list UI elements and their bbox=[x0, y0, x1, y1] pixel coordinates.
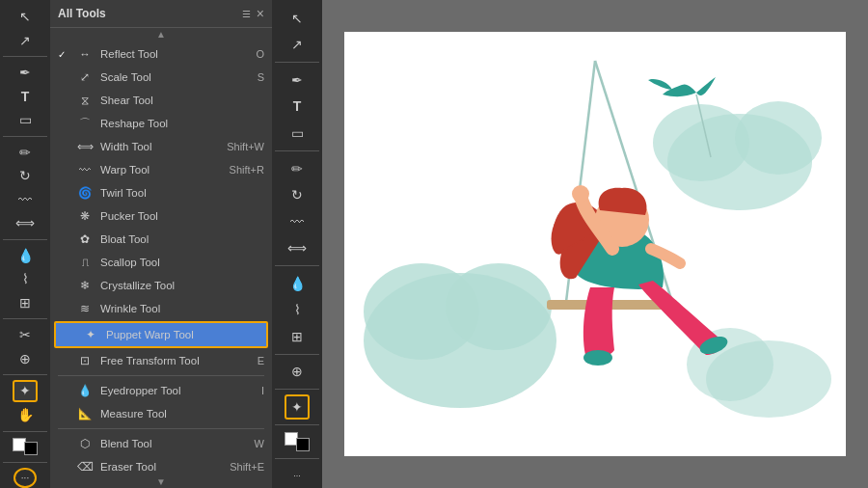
scale-icon: ⤢ bbox=[77, 69, 93, 85]
tool-direct-select[interactable]: ↗ bbox=[13, 30, 38, 52]
rt-more[interactable]: ··· bbox=[285, 463, 310, 488]
tool-slice[interactable]: ✂ bbox=[13, 324, 38, 346]
tool-measure-item[interactable]: 📐 Measure Tool bbox=[50, 402, 272, 425]
pucker-icon: ❋ bbox=[77, 208, 93, 224]
panel-menu-icon[interactable]: ☰ bbox=[242, 9, 251, 19]
svg-point-12 bbox=[583, 350, 612, 366]
all-tools-panel: All Tools ☰ × ▲ ✓ ↔ Reflect Tool O ⤢ Sca… bbox=[50, 0, 272, 488]
rt-paintbrush[interactable]: ✏ bbox=[285, 156, 310, 181]
twirl-label: Twirl Tool bbox=[100, 187, 147, 199]
width-icon: ⟺ bbox=[77, 139, 93, 154]
eyedropper-label: Eyedropper Tool bbox=[100, 385, 181, 396]
tool-paintbrush[interactable]: ✏ bbox=[13, 141, 38, 163]
blend-label: Blend Tool bbox=[100, 438, 152, 449]
shear-label: Shear Tool bbox=[100, 95, 153, 106]
svg-point-15 bbox=[572, 185, 589, 203]
tool-crystallize-item[interactable]: ❄ Crystallize Tool bbox=[50, 274, 272, 297]
tool-twirl-item[interactable]: 🌀 Twirl Tool bbox=[50, 181, 272, 204]
right-tools-panel: ↖ ↗ ✒ T ▭ ✏ ↻ 〰 ⟺ 💧 ⌇ ⊞ ⊕ ✦ ··· bbox=[272, 0, 322, 488]
tool-scale-item[interactable]: ⤢ Scale Tool S bbox=[50, 66, 272, 89]
rt-color-swatches bbox=[285, 432, 310, 451]
rt-text[interactable]: T bbox=[285, 95, 310, 120]
tool-pen[interactable]: ✒ bbox=[13, 62, 38, 84]
svg-point-2 bbox=[446, 263, 552, 350]
tool-warp-item[interactable]: 〰 Warp Tool Shift+R bbox=[50, 158, 272, 181]
width-shortcut: Shift+W bbox=[227, 141, 264, 152]
tool-hand[interactable]: ✋ bbox=[13, 404, 38, 426]
tool-reshape-item[interactable]: ⌒ Reshape Tool bbox=[50, 112, 272, 135]
tool-selection[interactable]: ↖ bbox=[13, 6, 38, 28]
puppet-warp-highlight-container: ✦ Puppet Warp Tool bbox=[54, 321, 268, 348]
tool-shear-item[interactable]: ⧖ Shear Tool bbox=[50, 89, 272, 112]
more-tools-button[interactable]: ··· bbox=[14, 468, 37, 488]
pucker-label: Pucker Tool bbox=[100, 210, 158, 222]
tool-eyedropper[interactable]: 💧 bbox=[13, 245, 38, 267]
rt-pen[interactable]: ✒ bbox=[285, 68, 310, 93]
check-icon: ✓ bbox=[58, 49, 69, 60]
scroll-up-indicator: ▲ bbox=[50, 28, 272, 41]
warp-label: Warp Tool bbox=[100, 164, 149, 176]
rt-width[interactable]: ⟺ bbox=[285, 235, 310, 260]
tool-puppet-item[interactable]: ✦ Puppet Warp Tool bbox=[56, 323, 266, 346]
rt-eyedropper[interactable]: 💧 bbox=[285, 271, 310, 296]
wrinkle-label: Wrinkle Tool bbox=[100, 303, 160, 314]
rt-puppet[interactable]: ✦ bbox=[285, 394, 310, 420]
tools-divider2 bbox=[58, 428, 264, 429]
puppet-label: Puppet Warp Tool bbox=[106, 329, 194, 340]
eyedropper-icon: 💧 bbox=[77, 383, 93, 398]
eyedropper-shortcut: I bbox=[261, 385, 264, 396]
tool-width[interactable]: ⟺ bbox=[13, 212, 38, 234]
tool-wrinkle-item[interactable]: ≋ Wrinkle Tool bbox=[50, 297, 272, 320]
crystallize-icon: ❄ bbox=[77, 278, 93, 293]
tool-zoom[interactable]: ⊕ bbox=[13, 348, 38, 370]
bloat-icon: ✿ bbox=[77, 231, 93, 247]
tool-graph[interactable]: ⌇ bbox=[13, 268, 38, 290]
tool-reflect-item[interactable]: ✓ ↔ Reflect Tool O bbox=[50, 42, 272, 66]
panel-close-button[interactable]: × bbox=[257, 6, 264, 21]
tool-pucker-item[interactable]: ❋ Pucker Tool bbox=[50, 204, 272, 228]
crystallize-label: Crystallize Tool bbox=[100, 280, 175, 291]
tool-blend-item[interactable]: ⬡ Blend Tool W bbox=[50, 432, 272, 455]
panel-header: All Tools ☰ × bbox=[50, 0, 272, 28]
tool-eyedropper-item[interactable]: 💧 Eyedropper Tool I bbox=[50, 379, 272, 402]
tool-shape[interactable]: ▭ bbox=[13, 109, 38, 131]
scale-label: Scale Tool bbox=[100, 71, 151, 83]
tool-width-item[interactable]: ⟺ Width Tool Shift+W bbox=[50, 135, 272, 158]
free-transform-icon: ⊡ bbox=[77, 353, 93, 368]
tool-artboard[interactable]: ⊞ bbox=[13, 292, 38, 314]
rt-graph[interactable]: ⌇ bbox=[285, 298, 310, 323]
free-transform-label: Free Transform Tool bbox=[100, 355, 200, 366]
eraser-label: Eraser Tool bbox=[100, 461, 156, 473]
rt-direct-select[interactable]: ↗ bbox=[285, 33, 310, 58]
color-swatches bbox=[13, 438, 38, 454]
rt-zoom[interactable]: ⊕ bbox=[285, 360, 310, 385]
tool-bloat-item[interactable]: ✿ Bloat Tool bbox=[50, 228, 272, 251]
shear-icon: ⧖ bbox=[77, 93, 93, 108]
tool-scallop-item[interactable]: ⎍ Scallop Tool bbox=[50, 251, 272, 274]
tool-free-transform-item[interactable]: ⊡ Free Transform Tool E bbox=[50, 349, 272, 372]
scroll-down-indicator: ▼ bbox=[50, 475, 272, 488]
tool-warp[interactable]: 〰 bbox=[13, 189, 38, 211]
tool-rotate[interactable]: ↻ bbox=[13, 165, 38, 187]
rt-rotate[interactable]: ↻ bbox=[285, 182, 310, 207]
rt-artboard[interactable]: ⊞ bbox=[285, 324, 310, 349]
bloat-label: Bloat Tool bbox=[100, 233, 149, 245]
rt-select[interactable]: ↖ bbox=[285, 6, 310, 31]
puppet-warp-border: ✦ Puppet Warp Tool bbox=[54, 321, 268, 348]
panel-title: All Tools bbox=[58, 7, 106, 20]
blend-shortcut: W bbox=[255, 438, 264, 449]
rt-warp[interactable]: 〰 bbox=[285, 209, 310, 234]
tool-eraser-item[interactable]: ⌫ Eraser Tool Shift+E bbox=[50, 455, 272, 475]
free-transform-shortcut: E bbox=[258, 355, 264, 366]
scallop-icon: ⎍ bbox=[77, 255, 93, 270]
tool-text[interactable]: T bbox=[13, 86, 38, 108]
scale-shortcut: S bbox=[258, 71, 264, 83]
tool-puppet-left[interactable]: ✦ bbox=[13, 380, 38, 402]
left-tools-panel: ↖ ↗ ✒ T ▭ ✏ ↻ 〰 ⟺ 💧 ⌇ ⊞ ✂ ⊕ ✦ ✋ ··· bbox=[0, 0, 50, 488]
rt-shape[interactable]: ▭ bbox=[285, 121, 310, 146]
twirl-icon: 🌀 bbox=[77, 185, 93, 201]
measure-label: Measure Tool bbox=[100, 408, 167, 420]
tools-divider bbox=[58, 375, 264, 376]
wrinkle-icon: ≋ bbox=[77, 301, 93, 316]
canvas-area bbox=[322, 0, 868, 488]
